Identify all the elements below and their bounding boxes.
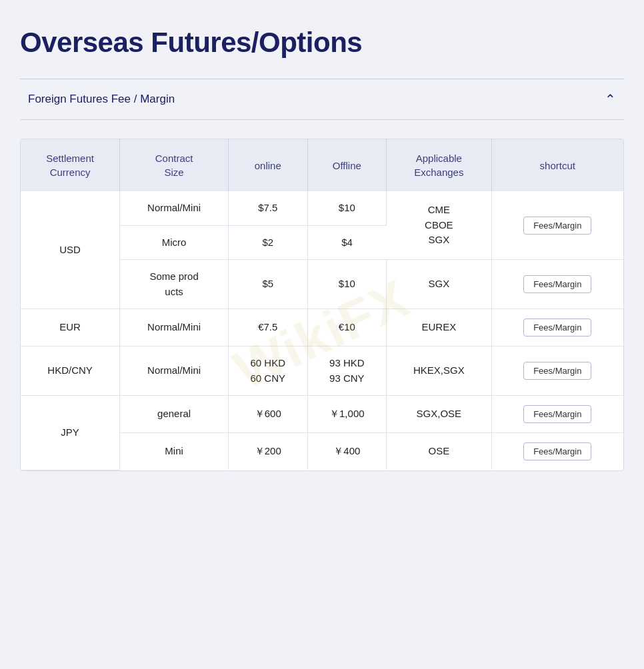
currency-cell: USD <box>21 191 120 309</box>
size-cell: Micro <box>120 225 229 260</box>
size-cell: general <box>120 396 229 433</box>
offline-cell: 93 HKD93 CNY <box>307 346 387 396</box>
online-cell: $7.5 <box>229 191 308 225</box>
col-header-currency: SettlementCurrency <box>21 139 120 191</box>
exchange-cell: HKEX,SGX <box>387 346 492 396</box>
online-cell: $5 <box>229 260 308 309</box>
size-cell: Normal/Mini <box>120 346 229 396</box>
online-cell: $2 <box>229 225 308 260</box>
fees-margin-button[interactable]: Fees/Margin <box>523 319 591 336</box>
shortcut-cell: Fees/Margin <box>491 309 623 346</box>
fees-margin-button[interactable]: Fees/Margin <box>523 405 591 423</box>
fees-margin-button[interactable]: Fees/Margin <box>523 442 591 460</box>
section-divider <box>20 119 624 120</box>
online-cell: €7.5 <box>229 309 308 346</box>
exchange-cell: SGX <box>387 260 492 309</box>
table-row: USD Normal/Mini $7.5 $10 CMECBOESGX Fees… <box>21 191 623 225</box>
shortcut-cell: Fees/Margin <box>491 433 623 470</box>
size-cell: Normal/Mini <box>120 191 229 225</box>
page-title: Overseas Futures/Options <box>20 27 624 59</box>
online-cell: ￥600 <box>229 396 308 433</box>
fees-margin-button[interactable]: Fees/Margin <box>523 217 591 235</box>
exchange-cell: OSE <box>387 433 492 470</box>
currency-cell: HKD/CNY <box>21 346 120 396</box>
offline-cell: $10 <box>307 191 387 225</box>
fees-margin-button[interactable]: Fees/Margin <box>523 362 591 380</box>
offline-cell: ￥400 <box>307 433 387 470</box>
table-row: EUR Normal/Mini €7.5 €10 EUREX Fees/Marg… <box>21 309 623 346</box>
exchange-cell: CMECBOESGX <box>387 191 492 260</box>
offline-cell: $4 <box>307 225 387 260</box>
col-header-size: ContractSize <box>120 139 229 191</box>
size-cell: Some products <box>120 260 229 309</box>
shortcut-cell: Fees/Margin <box>491 260 623 309</box>
table-header-row: SettlementCurrency ContractSize online O… <box>21 139 623 191</box>
section-header[interactable]: Foreign Futures Fee / Margin ⌃ <box>20 79 624 119</box>
shortcut-cell: Fees/Margin <box>491 191 623 260</box>
size-cell: Mini <box>120 433 229 470</box>
currency-cell: JPY <box>21 396 120 470</box>
offline-cell: ￥1,000 <box>307 396 387 433</box>
shortcut-cell: Fees/Margin <box>491 346 623 396</box>
section-title: Foreign Futures Fee / Margin <box>28 93 175 106</box>
offline-cell: €10 <box>307 309 387 346</box>
fee-table: SettlementCurrency ContractSize online O… <box>21 139 623 470</box>
exchange-cell: SGX,OSE <box>387 396 492 433</box>
fee-table-container: SettlementCurrency ContractSize online O… <box>20 139 624 471</box>
fees-margin-button[interactable]: Fees/Margin <box>523 275 591 293</box>
shortcut-cell: Fees/Margin <box>491 396 623 433</box>
col-header-exchange: ApplicableExchanges <box>387 139 492 191</box>
size-cell: Normal/Mini <box>120 309 229 346</box>
currency-cell: EUR <box>21 309 120 346</box>
exchange-cell: EUREX <box>387 309 492 346</box>
offline-cell: $10 <box>307 260 387 309</box>
online-cell: ￥200 <box>229 433 308 470</box>
table-row: HKD/CNY Normal/Mini 60 HKD60 CNY 93 HKD9… <box>21 346 623 396</box>
col-header-offline: Offline <box>307 139 387 191</box>
col-header-online: online <box>229 139 308 191</box>
online-cell: 60 HKD60 CNY <box>229 346 308 396</box>
col-header-shortcut: shortcut <box>491 139 623 191</box>
table-row: JPY general ￥600 ￥1,000 SGX,OSE Fees/Mar… <box>21 396 623 433</box>
chevron-up-icon: ⌃ <box>605 91 616 107</box>
